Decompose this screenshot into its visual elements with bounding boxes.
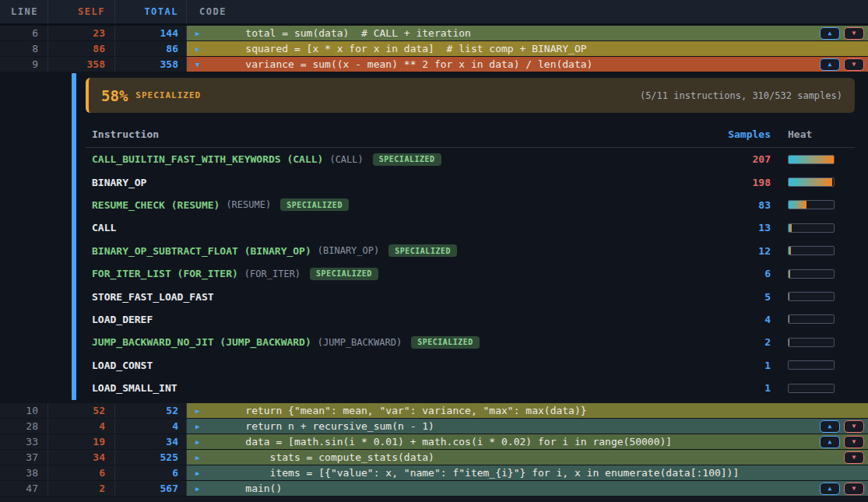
jump-buttons: ▲▼ — [820, 420, 864, 433]
arrow-up-icon: ▲ — [828, 439, 832, 445]
instruction-samples-value: 13 — [721, 222, 771, 233]
self-samples-value: 2 — [48, 481, 115, 496]
jump-up-button[interactable]: ▲ — [820, 420, 840, 433]
code-text: stats = compute_stats(data) — [221, 451, 434, 463]
jump-up-button[interactable]: ▲ — [820, 436, 840, 448]
expand-expander-icon[interactable]: ▶ — [195, 454, 199, 461]
specialized-badge: SPECIALIZED — [373, 153, 441, 166]
total-samples-value: 144 — [115, 26, 187, 40]
heat-bar — [788, 246, 835, 255]
code-cell[interactable]: ▶ return n + recursive_sum(n - 1)▲▼ — [187, 419, 868, 434]
code-cell[interactable]: ▼ variance = sum((x - mean) ** 2 for x i… — [187, 57, 868, 72]
instruction-name: CALL — [92, 222, 116, 233]
instruction-samples-value: 83 — [721, 199, 771, 211]
heat-bar — [788, 269, 835, 279]
total-samples-value: 4 — [115, 419, 187, 434]
line-number: 38 — [0, 465, 48, 480]
instruction-name-cell: STORE_FAST_LOAD_FAST — [92, 291, 721, 303]
column-header-self: SELF — [48, 0, 115, 23]
expand-expander-icon[interactable]: ▶ — [195, 45, 199, 52]
instruction-row: FOR_ITER_LIST (FOR_ITER)(FOR_ITER)SPECIA… — [86, 262, 855, 285]
arrow-up-icon: ▲ — [828, 423, 832, 430]
heat-bar-cell — [788, 292, 849, 301]
column-header-line: LINE — [0, 0, 48, 23]
instruction-samples-value: 6 — [721, 268, 771, 279]
jump-down-button[interactable]: ▼ — [844, 27, 864, 40]
jump-down-button[interactable]: ▼ — [844, 420, 864, 433]
heat-bar-fill — [789, 270, 790, 278]
self-samples-value: 19 — [48, 434, 115, 449]
code-row: 3734525▶ stats = compute_stats(data)▼ — [0, 450, 868, 465]
instruction-samples-value: 2 — [721, 336, 771, 348]
arrow-down-icon: ▼ — [852, 423, 856, 430]
instruction-samples-value: 4 — [721, 314, 771, 325]
code-cell[interactable]: ▶ stats = compute_stats(data)▼ — [187, 450, 868, 465]
instruction-column-header: Instruction — [92, 128, 721, 140]
jump-buttons: ▲▼ — [820, 483, 864, 495]
instruction-name-cell: BINARY_OP_SUBTRACT_FLOAT (BINARY_OP)(BIN… — [92, 244, 721, 257]
heat-bar — [788, 223, 835, 233]
code-text: main() — [221, 483, 282, 494]
heat-bar-fill — [789, 178, 832, 186]
jump-up-button[interactable]: ▲ — [820, 483, 840, 495]
instruction-name-cell: CALL — [92, 222, 721, 233]
heat-bar — [788, 155, 835, 164]
heat-bar-cell — [788, 177, 849, 187]
total-samples-value: 358 — [115, 57, 187, 72]
expand-expander-icon[interactable]: ▶ — [195, 469, 199, 476]
heat-bar-fill — [789, 156, 834, 163]
instruction-name: BINARY_OP_SUBTRACT_FLOAT (BINARY_OP) — [92, 245, 311, 257]
heat-bar-cell — [788, 384, 849, 393]
code-cell[interactable]: ▶ main()▲▼ — [187, 481, 868, 496]
profiler-app: LINE SELF TOTAL CODE 623144▶ total = sum… — [0, 0, 868, 502]
code-cell[interactable]: ▶ return {"mean": mean, "var": variance,… — [187, 403, 868, 418]
expand-expander-icon[interactable]: ▶ — [195, 407, 199, 414]
expand-expander-icon[interactable]: ▶ — [195, 438, 199, 445]
column-header-total: TOTAL — [115, 0, 187, 23]
total-samples-value: 567 — [115, 481, 187, 496]
instruction-row: CALL13 — [86, 216, 855, 239]
heat-bar — [788, 360, 835, 370]
instruction-row: JUMP_BACKWARD_NO_JIT (JUMP_BACKWARD)(JUM… — [86, 331, 855, 353]
jump-up-button[interactable]: ▲ — [820, 58, 840, 71]
heat-bar — [788, 177, 835, 187]
heat-bar-cell — [788, 155, 849, 164]
jump-down-button[interactable]: ▼ — [844, 436, 864, 448]
code-rows-bottom: 105252▶ return {"mean": mean, "var": var… — [0, 403, 868, 497]
jump-up-button[interactable]: ▲ — [820, 27, 840, 40]
instruction-name-cell: LOAD_DEREF — [92, 314, 721, 325]
instruction-base-name: (BINARY_OP) — [318, 245, 379, 256]
expand-expander-icon[interactable]: ▶ — [195, 30, 199, 37]
total-samples-value: 6 — [115, 465, 187, 480]
instruction-row: LOAD_SMALL_INT1 — [86, 377, 855, 399]
instruction-row: RESUME_CHECK (RESUME)(RESUME)SPECIALIZED… — [86, 194, 855, 216]
code-text: return {"mean": mean, "var": variance, "… — [221, 405, 587, 416]
instruction-name: FOR_ITER_LIST (FOR_ITER) — [92, 268, 238, 279]
column-header-code: CODE — [187, 0, 868, 23]
instruction-base-name: (FOR_ITER) — [244, 269, 300, 279]
total-samples-value: 52 — [115, 403, 187, 418]
heat-bar-cell — [788, 360, 849, 370]
collapse-expander-icon[interactable]: ▼ — [195, 61, 199, 68]
code-cell[interactable]: ▶ total = sum(data) # CALL + iteration▲▼ — [187, 26, 868, 40]
jump-down-button[interactable]: ▼ — [844, 451, 864, 464]
code-rows-top: 623144▶ total = sum(data) # CALL + itera… — [0, 26, 868, 72]
code-row: 472567▶ main()▲▼ — [0, 481, 868, 497]
code-row: 623144▶ total = sum(data) # CALL + itera… — [0, 26, 868, 41]
expand-expander-icon[interactable]: ▶ — [195, 485, 199, 492]
expand-expander-icon[interactable]: ▶ — [195, 423, 199, 430]
heat-bar — [788, 314, 835, 324]
heat-bar-cell — [788, 338, 849, 347]
instruction-rows: CALL_BUILTIN_FAST_WITH_KEYWORDS (CALL)(C… — [86, 148, 855, 399]
jump-down-button[interactable]: ▼ — [844, 483, 864, 495]
code-cell[interactable]: ▶ squared = [x * x for x in data] # list… — [187, 41, 868, 56]
code-cell[interactable]: ▶ items = [{"value": x, "name": f"item_{… — [187, 465, 868, 480]
jump-down-button[interactable]: ▼ — [844, 58, 864, 71]
line-detail-panel: 58% SPECIALIZED (5/11 instructions, 310/… — [0, 72, 868, 403]
instruction-name: RESUME_CHECK (RESUME) — [92, 199, 220, 211]
code-text: items = [{"value": x, "name": f"item_{i}… — [221, 467, 739, 479]
self-samples-value: 23 — [48, 26, 115, 40]
line-number: 8 — [0, 41, 48, 56]
code-cell[interactable]: ▶ data = [math.sin(i * 0.01) + math.cos(… — [187, 434, 868, 449]
instruction-name: CALL_BUILTIN_FAST_WITH_KEYWORDS (CALL) — [92, 153, 323, 165]
